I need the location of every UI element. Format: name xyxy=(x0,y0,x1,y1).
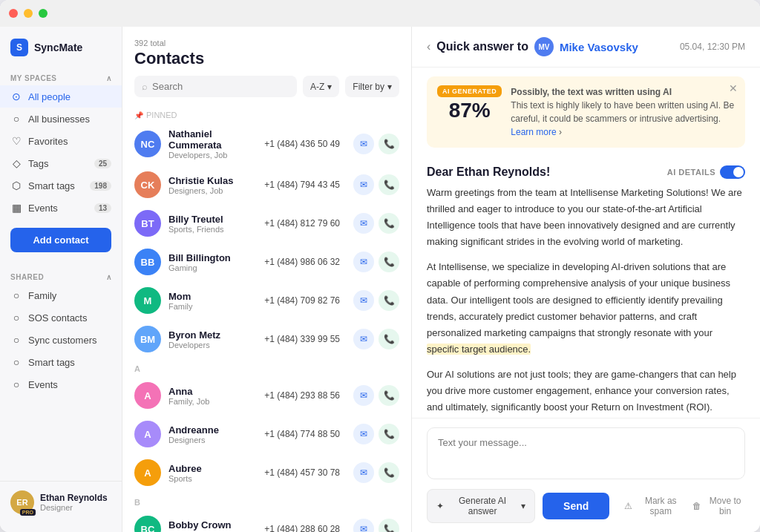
sidebar-item-all-people[interactable]: ⊙ All people xyxy=(0,85,122,108)
learn-more-link[interactable]: Learn more xyxy=(511,127,556,137)
ai-details-toggle[interactable] xyxy=(720,165,745,179)
phone-button[interactable]: 📞 xyxy=(379,462,399,483)
contact-row[interactable]: BT Billy Treutel Sports, Friends +1 (484… xyxy=(122,204,411,243)
phone-button[interactable]: 📞 xyxy=(379,424,399,444)
email-button[interactable]: ✉ xyxy=(353,174,374,195)
phone-button[interactable]: 📞 xyxy=(379,290,399,311)
email-button[interactable]: ✉ xyxy=(353,329,374,349)
avatar: M xyxy=(134,287,161,314)
phone-button[interactable]: 📞 xyxy=(379,252,399,272)
smart-tags-badge: 198 xyxy=(90,181,111,191)
contact-row[interactable]: A Andreanne Designers +1 (484) 774 88 50… xyxy=(122,415,411,453)
contact-row[interactable]: A Anna Family, Job +1 (484) 293 88 56 ✉ … xyxy=(122,376,411,415)
sort-button[interactable]: A-Z ▾ xyxy=(303,76,339,97)
email-button[interactable]: ✉ xyxy=(353,385,374,406)
contacts-list: 📌 PINNED NC Nathaniel Cummerata Develope… xyxy=(122,105,411,532)
contact-row[interactable]: BB Bill Billington Gaming +1 (484) 986 0… xyxy=(122,243,411,281)
sidebar-item-sync-customers[interactable]: ○ Sync customers xyxy=(0,329,122,351)
contact-info: Andreanne Designers xyxy=(168,424,257,444)
send-button[interactable]: Send xyxy=(543,493,609,519)
ai-warning-text: Possibly, the text was written using AI … xyxy=(511,85,735,139)
sidebar-item-sos[interactable]: ○ SOS contacts xyxy=(0,306,122,329)
sidebar: S SyncMate MY SPACES ∧ ⊙ All people ○ Al… xyxy=(0,27,122,532)
contact-info: Nathaniel Cummerata Developers, Job xyxy=(168,128,257,160)
avatar: BM xyxy=(134,326,161,352)
tags-badge: 25 xyxy=(94,159,111,168)
my-spaces-header: MY SPACES ∧ xyxy=(0,68,122,85)
logo-text: SyncMate xyxy=(34,42,82,53)
email-button[interactable]: ✉ xyxy=(353,134,374,154)
contact-row[interactable]: A Aubree Sports +1 (484) 457 30 78 ✉ 📞 xyxy=(122,453,411,492)
contact-row[interactable]: M Mom Family +1 (484) 709 82 76 ✉ 📞 xyxy=(122,281,411,320)
contact-actions: ✉ 📞 xyxy=(353,213,399,234)
email-button[interactable]: ✉ xyxy=(353,519,374,532)
sidebar-item-events[interactable]: ▦ Events 13 xyxy=(0,197,122,219)
sos-icon: ○ xyxy=(10,312,22,324)
phone-button[interactable]: 📞 xyxy=(379,329,399,349)
recipient-avatar: MV xyxy=(534,37,554,56)
pro-badge: PRO xyxy=(20,509,36,516)
avatar: A xyxy=(134,459,161,486)
close-dot[interactable] xyxy=(9,9,18,18)
email-button[interactable]: ✉ xyxy=(353,424,374,444)
phone-button[interactable]: 📞 xyxy=(379,213,399,234)
mark-spam-button[interactable]: ⚠ Mark as spam xyxy=(624,496,685,516)
minimize-dot[interactable] xyxy=(24,9,33,18)
tags-icon: ◇ xyxy=(10,157,22,169)
sidebar-item-events-shared[interactable]: ○ Events xyxy=(0,373,122,395)
contact-actions: ✉ 📞 xyxy=(353,462,399,483)
close-warning-button[interactable]: ✕ xyxy=(729,82,738,94)
sort-chevron-icon: ▾ xyxy=(327,82,332,92)
phone-button[interactable]: 📞 xyxy=(379,134,399,154)
avatar: BB xyxy=(134,249,161,275)
contact-row[interactable]: NC Nathaniel Cummerata Developers, Job +… xyxy=(122,122,411,165)
add-contact-button[interactable]: Add contact xyxy=(10,228,111,252)
search-icon: ⌕ xyxy=(142,81,148,92)
email-button[interactable]: ✉ xyxy=(353,462,374,483)
phone-button[interactable]: 📞 xyxy=(379,174,399,195)
phone-button[interactable]: 📞 xyxy=(379,519,399,532)
phone-button[interactable]: 📞 xyxy=(379,385,399,406)
maximize-dot[interactable] xyxy=(39,9,48,18)
logo-area: S SyncMate xyxy=(0,36,122,68)
pinned-label: 📌 PINNED xyxy=(122,105,411,122)
avatar: BC xyxy=(134,516,161,532)
logo-icon: S xyxy=(10,39,28,56)
contact-info: Christie Kulas Designers, Job xyxy=(168,175,257,195)
contact-row[interactable]: BM Byron Metz Developers +1 (484) 339 99… xyxy=(122,320,411,358)
email-button[interactable]: ✉ xyxy=(353,213,374,234)
shared-header: SHARED ∧ xyxy=(0,267,122,284)
sidebar-item-all-businesses[interactable]: ○ All businesses xyxy=(0,108,122,130)
email-button[interactable]: ✉ xyxy=(353,290,374,311)
filter-chevron-icon: ▾ xyxy=(387,82,392,92)
sidebar-item-tags[interactable]: ◇ Tags 25 xyxy=(0,152,122,174)
generate-ai-button[interactable]: ✦ Generate AI answer ▾ xyxy=(427,489,535,523)
ai-toggle[interactable]: AI DETAILS xyxy=(667,165,745,179)
contact-row[interactable]: CK Christie Kulas Designers, Job +1 (484… xyxy=(122,165,411,204)
sidebar-item-smart-tags[interactable]: ⬡ Smart tags 198 xyxy=(0,174,122,197)
contact-actions: ✉ 📞 xyxy=(353,519,399,532)
sidebar-item-favorites[interactable]: ♡ Favorites xyxy=(0,130,122,152)
contact-actions: ✉ 📞 xyxy=(353,329,399,349)
contacts-panel: 392 total Contacts ⌕ A-Z ▾ Filter by ▾ xyxy=(122,27,412,532)
total-count: 392 total xyxy=(134,39,399,47)
back-button[interactable]: ‹ xyxy=(427,40,430,53)
email-text: Warm greetings from the team at Intellis… xyxy=(427,185,745,418)
people-icon: ⊙ xyxy=(10,91,22,102)
quick-header: ‹ Quick answer to MV Mike Vasovsky 05.04… xyxy=(412,27,760,68)
move-to-bin-button[interactable]: 🗑 Move to bin xyxy=(692,496,745,516)
highlighted-text: specific target audience. xyxy=(427,344,531,355)
message-input[interactable] xyxy=(427,427,745,479)
search-input[interactable] xyxy=(152,81,289,92)
filter-button[interactable]: Filter by ▾ xyxy=(345,76,399,97)
toggle-knob xyxy=(733,167,744,177)
sidebar-item-smart-tags-shared[interactable]: ○ Smart tags xyxy=(0,351,122,373)
ai-generated-badge: AI GENERATED xyxy=(437,85,502,97)
contact-actions: ✉ 📞 xyxy=(353,385,399,406)
user-profile[interactable]: ER PRO Ethan Reynolds Designer xyxy=(0,481,122,523)
contact-row[interactable]: BC Bobby Crown Job, Family +1 (484) 288 … xyxy=(122,510,411,532)
user-avatar: ER PRO xyxy=(10,490,34,514)
email-button[interactable]: ✉ xyxy=(353,252,374,272)
ai-percent: 87% xyxy=(449,99,491,122)
sidebar-item-family[interactable]: ○ Family xyxy=(0,284,122,306)
